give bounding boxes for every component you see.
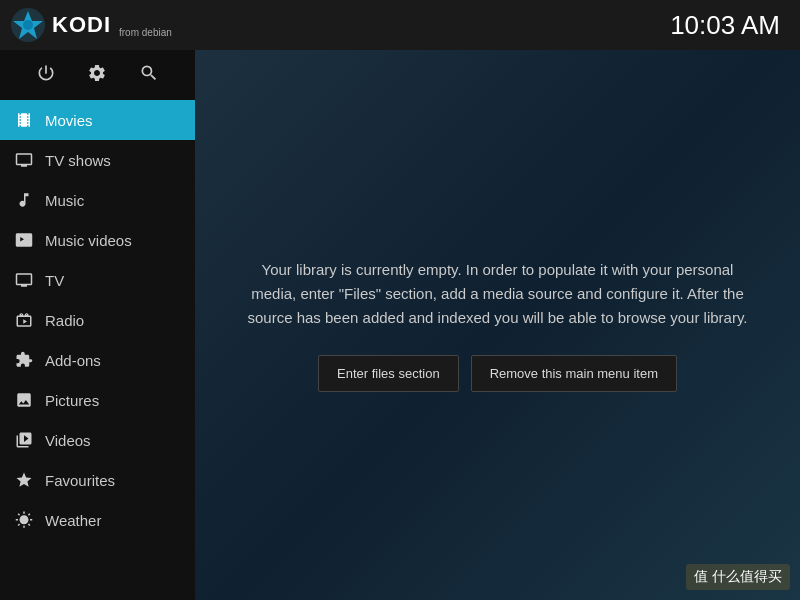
sidebar-item-pictures[interactable]: Pictures	[0, 380, 195, 420]
main-content: Your library is currently empty. In orde…	[195, 50, 800, 600]
watermark: 值 什么值得买	[686, 564, 790, 590]
sidebar-label-addons: Add-ons	[45, 352, 101, 369]
sidebar-label-weather: Weather	[45, 512, 101, 529]
logo-area: KODI from debian	[0, 7, 195, 43]
search-button[interactable]	[134, 58, 164, 93]
tv-icon	[15, 271, 33, 289]
sidebar-label-radio: Radio	[45, 312, 84, 329]
addons-icon	[15, 351, 33, 369]
icon-bar	[0, 50, 195, 100]
remove-menu-item-button[interactable]: Remove this main menu item	[471, 355, 677, 392]
sidebar-item-addons[interactable]: Add-ons	[0, 340, 195, 380]
videos-icon	[15, 431, 33, 449]
svg-point-2	[23, 20, 33, 30]
music-icon	[15, 191, 33, 209]
weather-icon	[15, 511, 33, 529]
sidebar-label-movies: Movies	[45, 112, 93, 129]
settings-button[interactable]	[82, 58, 112, 93]
settings-icon	[87, 63, 107, 83]
favourites-icon	[15, 471, 33, 489]
empty-library-message: Your library is currently empty. In orde…	[238, 258, 758, 330]
musicvideos-icon	[15, 231, 33, 249]
sidebar: Movies TV shows Music Music videos TV Ra…	[0, 100, 195, 600]
sidebar-label-tv: TV	[45, 272, 64, 289]
sidebar-item-favourites[interactable]: Favourites	[0, 460, 195, 500]
sidebar-label-favourites: Favourites	[45, 472, 115, 489]
radio-icon	[15, 311, 33, 329]
sidebar-item-radio[interactable]: Radio	[0, 300, 195, 340]
sidebar-item-musicvideos[interactable]: Music videos	[0, 220, 195, 260]
sidebar-item-music[interactable]: Music	[0, 180, 195, 220]
sidebar-label-videos: Videos	[45, 432, 91, 449]
empty-library-panel: Your library is currently empty. In orde…	[218, 238, 778, 412]
sidebar-label-music: Music	[45, 192, 84, 209]
tvshows-icon	[15, 151, 33, 169]
sidebar-item-weather[interactable]: Weather	[0, 500, 195, 540]
movies-icon	[15, 111, 33, 129]
sidebar-label-musicvideos: Music videos	[45, 232, 132, 249]
clock: 10:03 AM	[670, 10, 780, 41]
sidebar-label-tvshows: TV shows	[45, 152, 111, 169]
sidebar-item-tv[interactable]: TV	[0, 260, 195, 300]
sidebar-item-tvshows[interactable]: TV shows	[0, 140, 195, 180]
search-icon	[139, 63, 159, 83]
action-button-row: Enter files section Remove this main men…	[238, 355, 758, 392]
enter-files-button[interactable]: Enter files section	[318, 355, 459, 392]
pictures-icon	[15, 391, 33, 409]
top-bar: KODI from debian 10:03 AM	[0, 0, 800, 50]
kodi-logo-icon	[10, 7, 46, 43]
power-icon	[36, 63, 56, 83]
power-button[interactable]	[31, 58, 61, 93]
logo-sub: from debian	[119, 27, 172, 38]
sidebar-item-movies[interactable]: Movies	[0, 100, 195, 140]
logo-text: KODI	[52, 12, 111, 38]
sidebar-item-videos[interactable]: Videos	[0, 420, 195, 460]
sidebar-label-pictures: Pictures	[45, 392, 99, 409]
